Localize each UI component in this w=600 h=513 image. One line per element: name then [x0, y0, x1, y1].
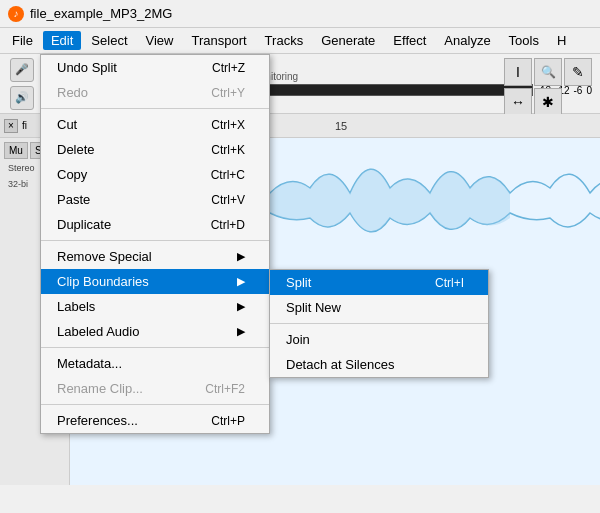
separator-4: [41, 404, 269, 405]
menu-effect[interactable]: Effect: [385, 31, 434, 50]
title-bar: ♪ file_example_MP3_2MG: [0, 0, 600, 28]
tool-icons-panel: I 🔍 ✎ ↔ ✱: [504, 58, 592, 116]
menu-view[interactable]: View: [138, 31, 182, 50]
mic-icon[interactable]: 🎤: [10, 58, 34, 82]
submenu-item-split[interactable]: Split Ctrl+I: [270, 270, 488, 295]
pencil-tool[interactable]: ✎: [564, 58, 592, 86]
clip-boundaries-submenu: Split Ctrl+I Split New Join Detach at Si…: [269, 269, 489, 378]
edit-menu: Undo Split Ctrl+Z Redo Ctrl+Y Cut Ctrl+X…: [40, 54, 270, 434]
menu-item-delete[interactable]: Delete Ctrl+K: [41, 137, 269, 162]
menu-transport[interactable]: Transport: [183, 31, 254, 50]
menu-item-undo-split[interactable]: Undo Split Ctrl+Z: [41, 55, 269, 80]
menu-item-remove-special[interactable]: Remove Special ▶: [41, 244, 269, 269]
submenu-item-detach[interactable]: Detach at Silences: [270, 352, 488, 377]
menu-item-paste[interactable]: Paste Ctrl+V: [41, 187, 269, 212]
star-tool[interactable]: ✱: [534, 88, 562, 116]
input-controls: 🎤 🔊: [8, 58, 36, 110]
menu-item-labeled-audio[interactable]: Labeled Audio ▶: [41, 319, 269, 344]
separator-2: [41, 240, 269, 241]
menu-edit[interactable]: Edit: [43, 31, 81, 50]
track-close-button[interactable]: ×: [4, 119, 18, 133]
submenu-separator: [270, 323, 488, 324]
menu-tracks[interactable]: Tracks: [257, 31, 312, 50]
menu-item-clip-boundaries[interactable]: Clip Boundaries ▶ Split Ctrl+I Split New…: [41, 269, 269, 294]
menu-file[interactable]: File: [4, 31, 41, 50]
menu-item-preferences[interactable]: Preferences... Ctrl+P: [41, 408, 269, 433]
track-label: fi: [22, 120, 27, 131]
menu-help[interactable]: H: [549, 31, 574, 50]
menu-item-duplicate[interactable]: Duplicate Ctrl+D: [41, 212, 269, 237]
menu-item-copy[interactable]: Copy Ctrl+C: [41, 162, 269, 187]
app-icon: ♪: [8, 6, 24, 22]
zoom-tool[interactable]: 🔍: [534, 58, 562, 86]
select-tool[interactable]: ↔: [504, 88, 532, 116]
menu-item-rename-clip[interactable]: Rename Clip... Ctrl+F2: [41, 376, 269, 401]
cursor-tool[interactable]: I: [504, 58, 532, 86]
menu-item-cut[interactable]: Cut Ctrl+X: [41, 112, 269, 137]
menu-tools[interactable]: Tools: [501, 31, 547, 50]
submenu-item-split-new[interactable]: Split New: [270, 295, 488, 320]
menu-generate[interactable]: Generate: [313, 31, 383, 50]
submenu-item-join[interactable]: Join: [270, 327, 488, 352]
menu-item-redo[interactable]: Redo Ctrl+Y: [41, 80, 269, 105]
mute-button[interactable]: Mu: [4, 142, 28, 159]
menu-bar: File Edit Select View Transport Tracks G…: [0, 28, 600, 54]
separator-3: [41, 347, 269, 348]
separator-1: [41, 108, 269, 109]
menu-item-labels[interactable]: Labels ▶: [41, 294, 269, 319]
window-title: file_example_MP3_2MG: [30, 6, 172, 21]
menu-select[interactable]: Select: [83, 31, 135, 50]
menu-analyze[interactable]: Analyze: [436, 31, 498, 50]
timeline-marker-15: 15: [335, 120, 347, 132]
volume-icon[interactable]: 🔊: [10, 86, 34, 110]
menu-item-metadata[interactable]: Metadata...: [41, 351, 269, 376]
